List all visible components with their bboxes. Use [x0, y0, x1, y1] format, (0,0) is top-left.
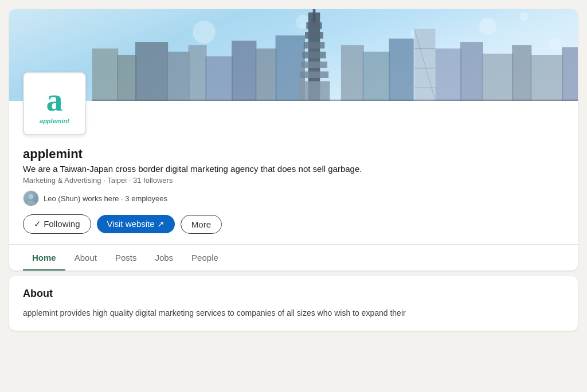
svg-rect-31 — [562, 47, 578, 101]
visit-website-button[interactable]: Visit website ↗ — [97, 215, 175, 233]
following-button[interactable]: ✓ Following — [23, 214, 91, 234]
svg-rect-26 — [435, 49, 461, 101]
tab-jobs[interactable]: Jobs — [146, 245, 182, 271]
svg-rect-16 — [299, 81, 330, 101]
svg-rect-18 — [341, 45, 364, 101]
svg-rect-29 — [512, 45, 531, 101]
page-wrapper: a applemint applemint We are a Taiwan-Ja… — [0, 0, 587, 340]
svg-rect-15 — [300, 72, 328, 78]
svg-rect-2 — [135, 42, 168, 101]
svg-rect-0 — [92, 49, 119, 101]
svg-rect-27 — [460, 42, 483, 101]
company-meta: Marketing & Advertising · Taipei · 31 fo… — [23, 176, 564, 185]
company-nav: Home About Posts Jobs People — [9, 244, 578, 271]
about-section-text: applemint provides high quality digital … — [23, 307, 564, 319]
svg-rect-35 — [92, 100, 578, 101]
company-logo-section: a applemint — [9, 95, 578, 135]
svg-rect-4 — [189, 45, 207, 101]
svg-rect-3 — [167, 52, 190, 101]
svg-rect-12 — [304, 42, 325, 48]
svg-rect-6 — [232, 41, 256, 101]
more-button[interactable]: More — [181, 215, 222, 234]
employee-avatar — [23, 190, 39, 206]
company-logo: a applemint — [23, 72, 86, 135]
svg-rect-20 — [389, 38, 413, 101]
svg-rect-13 — [302, 52, 326, 58]
logo-letter: a — [46, 83, 63, 116]
about-section-title: About — [23, 288, 564, 300]
svg-rect-10 — [306, 22, 322, 29]
visit-website-label: Visit website ↗ — [107, 219, 165, 229]
svg-rect-28 — [482, 54, 514, 101]
tab-posts[interactable]: Posts — [106, 245, 146, 271]
svg-rect-14 — [301, 61, 327, 68]
company-tagline: We are a Taiwan-Japan cross border digit… — [23, 164, 564, 174]
about-card: About applemint provides high quality di… — [9, 276, 578, 331]
tab-home[interactable]: Home — [23, 245, 65, 271]
tab-people[interactable]: People — [182, 245, 228, 271]
svg-rect-7 — [255, 49, 277, 101]
svg-rect-11 — [305, 32, 323, 38]
employee-text: Leo (Shun) works here · 3 employees — [44, 194, 167, 203]
company-banner — [9, 9, 578, 101]
svg-rect-19 — [363, 52, 390, 101]
svg-point-36 — [29, 194, 34, 199]
company-name: applemint — [23, 147, 564, 162]
svg-rect-1 — [117, 55, 136, 101]
svg-rect-30 — [530, 55, 563, 101]
tab-about[interactable]: About — [65, 245, 106, 271]
company-card: a applemint applemint We are a Taiwan-Ja… — [9, 9, 578, 271]
action-buttons: ✓ Following Visit website ↗ More — [9, 214, 578, 244]
svg-rect-17 — [313, 9, 316, 22]
company-info: applemint We are a Taiwan-Japan cross bo… — [9, 142, 578, 206]
logo-name-text: applemint — [40, 117, 69, 124]
svg-rect-5 — [205, 56, 233, 101]
employee-line: Leo (Shun) works here · 3 employees — [23, 190, 564, 206]
svg-point-37 — [27, 201, 35, 205]
